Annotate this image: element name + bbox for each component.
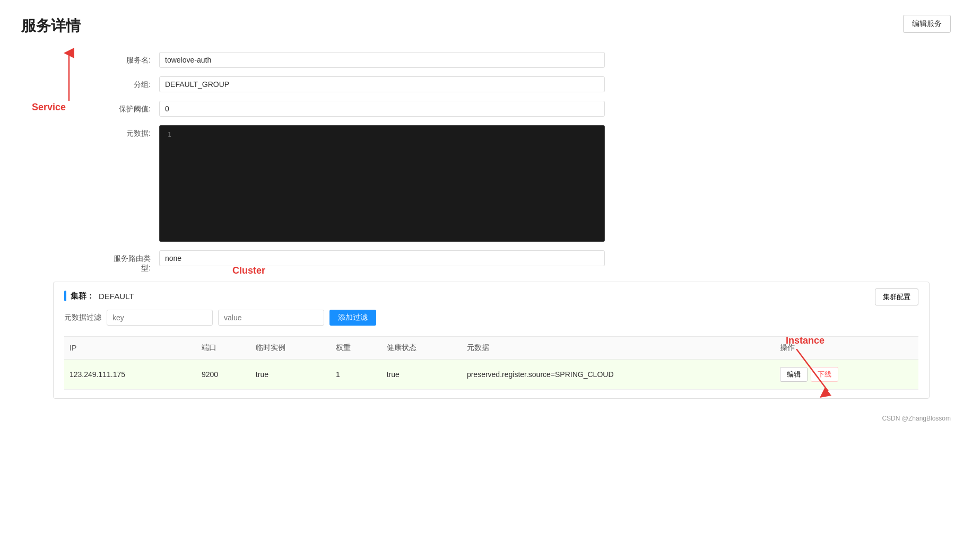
cluster-title: 集群：: [71, 291, 94, 301]
service-annotation: Service: [32, 42, 96, 113]
table-header-row: IP 端口 临时实例 权重 健康状态 元数据 操作: [64, 337, 918, 360]
threshold-label: 保护阈值:: [106, 101, 159, 114]
cluster-bar: [64, 291, 66, 301]
routing-row: 服务路由类型:: [106, 250, 951, 273]
metadata-editor[interactable]: 1: [159, 125, 605, 242]
page-title: 服务详情: [21, 16, 951, 36]
service-name-row: 服务名:: [106, 52, 951, 68]
cell-actions: 编辑下线: [775, 360, 918, 390]
page-wrapper: 服务详情 编辑服务 Service 服务名: 分组: 保护阈值: [0, 0, 972, 560]
col-weight: 权重: [331, 337, 381, 360]
cluster-config-button[interactable]: 集群配置: [875, 288, 918, 305]
group-input[interactable]: [159, 76, 605, 92]
form-section: 服务名: 分组: 保护阈值: 元数据: 1 服务路由类型:: [106, 52, 951, 273]
edit-service-button[interactable]: 编辑服务: [903, 15, 951, 33]
threshold-input[interactable]: [159, 101, 605, 117]
group-row: 分组:: [106, 76, 951, 92]
table-row: 123.249.111.1759200true1truepreserved.re…: [64, 360, 918, 390]
service-name-input[interactable]: [159, 52, 605, 68]
filter-label: 元数据过滤: [64, 313, 101, 322]
filter-row: 元数据过滤 添加过滤: [64, 310, 918, 326]
col-metadata: 元数据: [462, 337, 775, 360]
cell-weight: 1: [331, 360, 381, 390]
cluster-name: DEFAULT: [99, 292, 134, 301]
col-port: 端口: [196, 337, 250, 360]
group-label: 分组:: [106, 76, 159, 90]
cell-metadata: preserved.register.source=SPRING_CLOUD: [462, 360, 775, 390]
service-label: Service: [32, 102, 66, 113]
cell-health: true: [381, 360, 462, 390]
metadata-row: 元数据: 1: [106, 125, 951, 242]
cell-ephemeral: true: [250, 360, 331, 390]
line-number: 1: [160, 131, 176, 138]
routing-input[interactable]: [159, 250, 605, 266]
service-name-label: 服务名:: [106, 52, 159, 65]
col-ephemeral: 临时实例: [250, 337, 331, 360]
offline-instance-button[interactable]: 下线: [811, 367, 838, 382]
table-header: IP 端口 临时实例 权重 健康状态 元数据 操作: [64, 337, 918, 360]
col-actions: 操作: [775, 337, 918, 360]
threshold-row: 保护阈值:: [106, 101, 951, 117]
cluster-header: 集群： DEFAULT: [64, 291, 918, 301]
routing-label: 服务路由类型:: [106, 250, 159, 273]
filter-value-input[interactable]: [218, 310, 324, 326]
cell-port: 9200: [196, 360, 250, 390]
col-health: 健康状态: [381, 337, 462, 360]
add-filter-button[interactable]: 添加过滤: [329, 310, 376, 326]
metadata-label: 元数据:: [106, 125, 159, 138]
footer: CSDN @ZhangBlossom: [21, 415, 951, 422]
instance-table: IP 端口 临时实例 权重 健康状态 元数据 操作 123.249.111.17…: [64, 336, 918, 390]
cluster-section: 集群： DEFAULT 集群配置 元数据过滤 添加过滤 Instance: [53, 282, 930, 399]
table-body: 123.249.111.1759200true1truepreserved.re…: [64, 360, 918, 390]
edit-instance-button[interactable]: 编辑: [780, 367, 808, 382]
filter-key-input[interactable]: [107, 310, 213, 326]
cell-ip: 123.249.111.175: [64, 360, 196, 390]
col-ip: IP: [64, 337, 196, 360]
